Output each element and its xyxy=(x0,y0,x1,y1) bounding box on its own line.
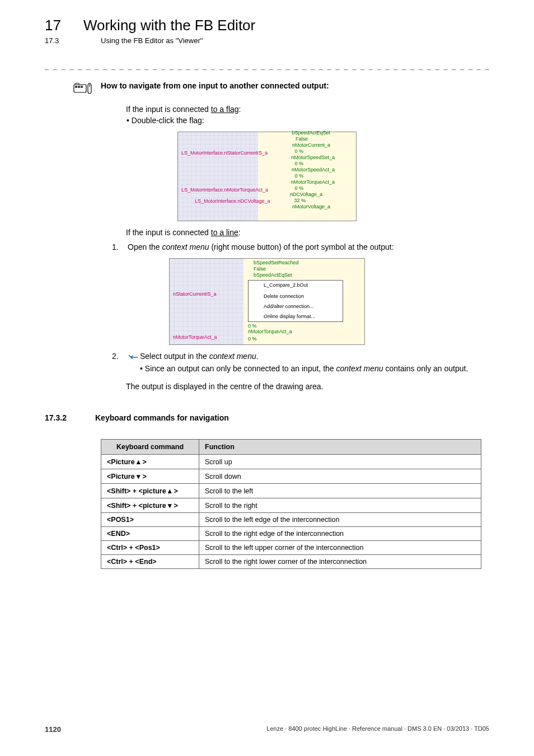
cell-function: Scroll to the left xyxy=(199,484,481,498)
cell-function: Scroll to the right xyxy=(199,498,481,513)
subsection-title: Keyboard commands for navigation xyxy=(95,413,229,422)
result-text: The output is displayed in the centre of… xyxy=(126,382,489,391)
label: LS_MotorInterface.nStatorCurrentIS_a xyxy=(181,150,268,156)
cell-function: Scroll to the right lower corner of the … xyxy=(199,555,481,569)
page-header: 17 Working with the FB Editor xyxy=(45,17,489,34)
screenshot-context-menu: bSpeedSetReached False bSpeedActEqSet L_… xyxy=(169,258,365,345)
table-row: <Picture ▴ >Scroll up xyxy=(101,455,481,469)
label: nMotorTorqueAct_a xyxy=(291,179,335,185)
svg-rect-1 xyxy=(75,86,77,88)
t-italic: context menu xyxy=(209,352,256,361)
step-1: 1. Open the context menu (right mouse bu… xyxy=(112,242,489,251)
step-text: Select output in the context menu. xyxy=(128,352,259,361)
cell-function: Scroll to the left upper corner of the i… xyxy=(199,541,481,555)
label: nMotorCurrent_a xyxy=(292,142,330,148)
label: bSpeedSetReached xyxy=(254,260,299,265)
cell-command: <Ctrl> + <Pos1> xyxy=(101,541,199,555)
label: nStatorCurrentIS_a xyxy=(173,291,217,297)
cell-command: <Shift> + <picture ▴ > xyxy=(101,484,199,498)
t: Open the xyxy=(128,242,162,251)
section-title: Using the FB Editor as "Viewer" xyxy=(101,36,203,45)
chapter-title: Working with the FB Editor xyxy=(83,17,255,34)
label: nMotorVoltage_a xyxy=(292,204,330,209)
header-cmd: Keyboard command xyxy=(101,440,199,455)
label: False xyxy=(254,266,266,272)
label: 0 % xyxy=(294,173,303,179)
label: nMotorSpeedAct_a xyxy=(292,167,335,172)
text: : xyxy=(239,105,241,114)
step-text: Open the context menu (right mouse butto… xyxy=(128,242,394,251)
table-row: <POS1>Scroll to the left edge of the int… xyxy=(101,513,481,527)
section-number: 17.3 xyxy=(45,36,78,45)
label: 0 % xyxy=(248,323,257,329)
separator-dashes: _ _ _ _ _ _ _ _ _ _ _ _ _ _ _ _ _ _ _ _ … xyxy=(45,62,489,70)
page-number: 1120 xyxy=(45,725,61,734)
t: . xyxy=(256,352,259,361)
flag-bullet: Double-click the flag: xyxy=(134,116,489,125)
cell-function: Scroll down xyxy=(199,469,481,484)
howto-heading: How to navigate from one input to anothe… xyxy=(45,81,489,98)
cell-command: <Picture ▴ > xyxy=(101,455,199,469)
text: If the input is connected xyxy=(126,105,211,114)
cell-function: Scroll to the right edge of the intercon… xyxy=(199,527,481,541)
label: nMotorSpeedSet_a xyxy=(291,155,335,160)
screenshot-flag: LS_MotorInterface.nStatorCurrentIS_a LS_… xyxy=(177,132,357,221)
t: contains only an output. xyxy=(383,364,469,373)
footer-text: Lenze · 8400 protec HighLine · Reference… xyxy=(266,725,489,734)
table-row: <Picture ▾ >Scroll down xyxy=(101,469,481,484)
arrow-icon xyxy=(128,353,138,360)
keyboard-commands-table: Keyboard command Function <Picture ▴ >Sc… xyxy=(101,439,481,569)
label: 0 % xyxy=(294,185,303,191)
cell-command: <POS1> xyxy=(101,513,199,527)
label: 0 % xyxy=(248,336,257,342)
t: Since an output can only be connected to… xyxy=(145,364,336,373)
subsection-heading: 17.3.2 Keyboard commands for navigation xyxy=(45,413,489,422)
step-number: 2. xyxy=(112,352,122,361)
subsection-number: 17.3.2 xyxy=(45,413,73,422)
label: LS_MotorInterface.nMotorTorqueAct_a xyxy=(181,187,268,193)
step-number: 1. xyxy=(112,242,122,251)
label: bSpeedActEqSet xyxy=(292,130,330,136)
text-underline: to a line xyxy=(211,228,238,237)
t-italic: context menu xyxy=(336,364,383,373)
chapter-number: 17 xyxy=(45,17,61,34)
cell-command: <Shift> + <picture ▾ > xyxy=(101,498,199,513)
label: False xyxy=(296,136,308,142)
label: 32 % xyxy=(294,198,306,203)
table-row: <Ctrl> + <End>Scroll to the right lower … xyxy=(101,555,481,569)
cell-command: <Picture ▾ > xyxy=(101,469,199,484)
sub-header: 17.3 Using the FB Editor as "Viewer" xyxy=(45,36,489,45)
mouse-icon xyxy=(73,81,95,98)
svg-rect-2 xyxy=(78,86,80,88)
flag-intro: If the input is connected to a flag: xyxy=(126,105,489,114)
svg-point-5 xyxy=(129,354,130,356)
label: nMotorTorqueAct_a xyxy=(248,329,292,334)
step-2-sub: Since an output can only be connected to… xyxy=(140,364,489,373)
label: nDCVoltage_a xyxy=(290,192,322,197)
table-row: <Ctrl> + <Pos1>Scroll to the left upper … xyxy=(101,541,481,555)
text-underline: to a flag xyxy=(211,105,239,114)
label: L_Compare_2.bOut xyxy=(264,282,308,288)
line-intro: If the input is connected to a line: xyxy=(126,228,489,237)
text: If the input is connected xyxy=(126,228,211,237)
page-footer: 1120 Lenze · 8400 protec HighLine · Refe… xyxy=(45,725,489,734)
t: Select output in the xyxy=(140,352,209,361)
label: 0 % xyxy=(294,148,303,154)
header-fn: Function xyxy=(199,440,481,455)
label: Online display format... xyxy=(264,314,315,319)
howto-title: How to navigate from one input to anothe… xyxy=(101,81,329,90)
t-italic: context menu xyxy=(162,242,209,251)
cell-function: Scroll up xyxy=(199,455,481,469)
table-row: <Shift> + <picture ▾ >Scroll to the righ… xyxy=(101,498,481,513)
label: bSpeedActEqSet xyxy=(254,272,292,278)
table-header-row: Keyboard command Function xyxy=(101,440,481,455)
table-row: <Shift> + <picture ▴ >Scroll to the left xyxy=(101,484,481,498)
table-row: <END>Scroll to the right edge of the int… xyxy=(101,527,481,541)
text: : xyxy=(238,228,241,237)
label: Add/alter connection... xyxy=(264,304,314,309)
label: Delete connection xyxy=(264,293,304,299)
cell-function: Scroll to the left edge of the interconn… xyxy=(199,513,481,527)
label: LS_MotorInterface.nDCVoltage_a xyxy=(195,198,270,204)
step-2: 2. Select output in the context menu. xyxy=(112,352,489,361)
svg-rect-3 xyxy=(81,86,83,88)
